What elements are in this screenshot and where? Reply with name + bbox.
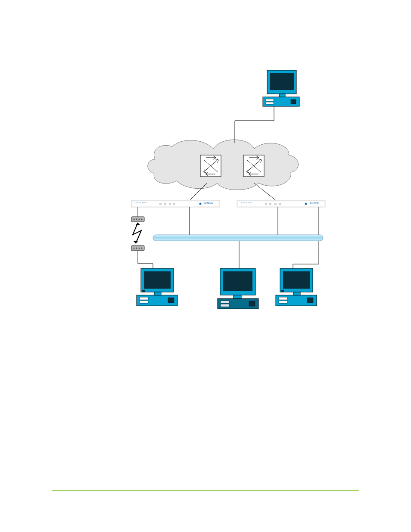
svg-rect-53 bbox=[221, 301, 229, 303]
svg-rect-19 bbox=[159, 203, 162, 205]
svg-rect-49 bbox=[144, 271, 171, 289]
client-pc-left bbox=[137, 268, 177, 306]
svg-rect-60 bbox=[279, 297, 287, 300]
svg-rect-55 bbox=[249, 301, 255, 306]
svg-point-34 bbox=[139, 219, 140, 220]
v-switch-a-label: i Switch 3000 bbox=[134, 202, 146, 204]
svg-rect-46 bbox=[140, 301, 148, 303]
svg-rect-29 bbox=[279, 203, 281, 205]
svg-rect-16 bbox=[279, 94, 285, 97]
svg-rect-61 bbox=[279, 301, 287, 303]
svg-rect-13 bbox=[291, 100, 296, 104]
svg-point-33 bbox=[136, 219, 137, 220]
svg-rect-57 bbox=[223, 271, 252, 291]
svg-rect-20 bbox=[164, 203, 166, 205]
v-switch-a-brand: SANRAD bbox=[204, 202, 213, 204]
svg-rect-51 bbox=[142, 290, 145, 292]
svg-rect-66 bbox=[281, 290, 284, 292]
svg-rect-12 bbox=[266, 102, 274, 104]
ethernet-bus bbox=[153, 235, 323, 241]
svg-rect-26 bbox=[265, 203, 267, 205]
svg-point-41 bbox=[139, 248, 140, 249]
lightning-icon bbox=[133, 223, 141, 243]
v-switch-b-brand: SANRAD bbox=[310, 202, 319, 204]
client-pc-right bbox=[276, 268, 317, 306]
svg-point-39 bbox=[134, 248, 135, 249]
v-switch-b-label: i Switch 3000 bbox=[240, 202, 252, 204]
svg-rect-27 bbox=[269, 203, 271, 205]
svg-rect-54 bbox=[221, 304, 229, 307]
svg-marker-37 bbox=[135, 223, 140, 225]
svg-point-32 bbox=[134, 219, 135, 220]
cloud bbox=[148, 140, 299, 190]
svg-rect-65 bbox=[293, 292, 300, 295]
page: i Switch 3000 SANRAD i Switch 3000 SANRA… bbox=[0, 0, 411, 532]
svg-rect-43 bbox=[153, 235, 323, 241]
svg-rect-50 bbox=[154, 292, 161, 295]
svg-rect-58 bbox=[234, 295, 241, 299]
svg-point-40 bbox=[136, 248, 137, 249]
modem-bottom bbox=[131, 246, 144, 251]
svg-rect-11 bbox=[266, 99, 274, 101]
svg-rect-22 bbox=[173, 203, 175, 205]
switch-symbol-left bbox=[200, 155, 221, 177]
svg-rect-21 bbox=[169, 203, 171, 205]
svg-point-23 bbox=[199, 203, 202, 205]
svg-point-35 bbox=[141, 219, 143, 220]
svg-point-30 bbox=[305, 203, 307, 205]
svg-marker-36 bbox=[133, 241, 138, 243]
network-diagram: i Switch 3000 SANRAD i Switch 3000 SANRA… bbox=[121, 62, 327, 321]
svg-point-42 bbox=[141, 248, 143, 249]
modem-top bbox=[131, 217, 144, 222]
footer-separator bbox=[52, 490, 359, 491]
svg-rect-45 bbox=[140, 297, 148, 300]
client-pc-top bbox=[263, 70, 299, 106]
svg-rect-28 bbox=[274, 203, 277, 205]
svg-rect-64 bbox=[283, 271, 310, 289]
switch-symbol-right bbox=[243, 155, 264, 177]
svg-rect-15 bbox=[270, 73, 294, 90]
svg-rect-62 bbox=[307, 298, 313, 303]
client-pc-middle bbox=[218, 268, 258, 309]
diagram-svg bbox=[121, 62, 327, 321]
svg-rect-47 bbox=[168, 298, 174, 303]
